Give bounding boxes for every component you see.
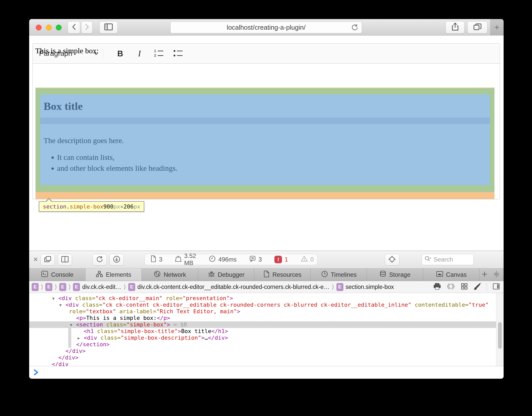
dom-tree-row[interactable]: </section> bbox=[29, 341, 496, 348]
dom-tree-row[interactable]: <h1 class="simple-box-title">Box title</… bbox=[29, 328, 496, 335]
console-prompt-icon bbox=[33, 369, 39, 377]
tab-storage[interactable]: Storage bbox=[367, 268, 423, 281]
dom-tree-panel: ▼<div class="ck ck-editor__main" role="p… bbox=[29, 293, 504, 366]
grid-layout-icon[interactable] bbox=[461, 283, 468, 291]
tab-label: Timelines bbox=[331, 271, 357, 278]
errors-count[interactable]: 1 bbox=[285, 256, 288, 263]
devtools-close-button[interactable]: × bbox=[33, 254, 38, 264]
clock-icon bbox=[209, 255, 216, 264]
tab-console[interactable]: Console bbox=[29, 268, 85, 281]
tab-timelines[interactable]: Timelines bbox=[311, 268, 367, 281]
plus-icon: + bbox=[494, 22, 500, 32]
styles-paintbrush-icon[interactable] bbox=[473, 283, 481, 292]
list-item[interactable]: and other block elements like headings. bbox=[57, 164, 178, 172]
dom-tree-row[interactable]: ▼<div class="ck ck-content ck-editor__ed… bbox=[29, 302, 496, 308]
dom-tree-row[interactable]: <p>This is a simple box:</p> bbox=[29, 315, 496, 321]
box-title[interactable]: Box title bbox=[44, 100, 83, 112]
print-icon[interactable] bbox=[433, 283, 441, 291]
dom-tree-row[interactable]: </div> bbox=[29, 348, 496, 354]
chevron-right-icon bbox=[84, 23, 90, 32]
editor-paragraph[interactable]: This is a simple box: bbox=[35, 46, 99, 55]
address-bar[interactable]: localhost/creating-a-plugin/ bbox=[170, 22, 362, 33]
dom-tree-row[interactable]: role="textbox" aria-label="Rich Text Edi… bbox=[29, 308, 496, 315]
dom-scrollbar-thumb[interactable] bbox=[498, 322, 502, 349]
box-list: It can contain lists, and other block el… bbox=[57, 153, 178, 175]
canvas-icon bbox=[436, 270, 444, 279]
tab-overview-button[interactable] bbox=[467, 21, 487, 33]
back-button[interactable] bbox=[68, 21, 80, 33]
resources-icon bbox=[263, 270, 270, 279]
url-text: localhost/creating-a-plugin/ bbox=[227, 24, 306, 31]
download-button[interactable] bbox=[110, 254, 124, 266]
inspector-margin-top-line bbox=[36, 88, 494, 88]
bulleted-list-button[interactable] bbox=[172, 48, 184, 59]
crosshair-icon bbox=[388, 255, 396, 264]
disclosure-open-icon[interactable]: ▼ bbox=[52, 295, 55, 302]
dom-tree-row[interactable]: ▼<section class="simple-box"> = $0 bbox=[29, 321, 496, 328]
dom-tree-row[interactable]: ▶<div class="simple-box-description">…</… bbox=[29, 335, 496, 341]
toolbar-divider bbox=[487, 283, 487, 291]
documents-count[interactable]: 3 bbox=[159, 256, 162, 263]
dom-tree-row[interactable]: </div bbox=[29, 361, 496, 366]
dom-scrollbar[interactable] bbox=[496, 293, 504, 366]
error-icon: ! bbox=[274, 256, 282, 263]
detach-devtools-button[interactable] bbox=[41, 254, 55, 266]
bold-button[interactable]: B bbox=[114, 48, 126, 59]
tab-network[interactable]: Network bbox=[142, 268, 198, 281]
element-badge: E bbox=[32, 283, 39, 291]
transfer-size[interactable]: 3.52 MB bbox=[184, 252, 196, 267]
details-sidebar-icon[interactable] bbox=[492, 283, 500, 291]
numbered-list-icon: 1 2 bbox=[154, 49, 164, 58]
tab-resources[interactable]: Resources bbox=[254, 268, 311, 281]
list-item[interactable]: It can contain lists, bbox=[57, 153, 178, 162]
disclosure-open-icon[interactable]: ▼ bbox=[70, 322, 72, 328]
breadcrumb-item[interactable]: E bbox=[45, 283, 52, 291]
disclosure-closed-icon[interactable]: ▶ bbox=[78, 335, 80, 341]
chevron-separator-icon: ⟩ bbox=[332, 283, 334, 290]
inspector-content-highlight: Box title The description goes here. It … bbox=[40, 94, 490, 185]
zoom-window-button[interactable] bbox=[56, 25, 62, 30]
sidebar-icon bbox=[104, 23, 113, 32]
chevron-separator-icon: ⟩ bbox=[123, 283, 126, 290]
console-prompt[interactable] bbox=[29, 366, 504, 379]
disclosure-open-icon[interactable]: ▼ bbox=[59, 302, 62, 308]
search-icon bbox=[424, 256, 431, 263]
load-time[interactable]: 496ms bbox=[218, 256, 237, 263]
tab-debugger[interactable]: Debugger bbox=[198, 268, 254, 281]
tab-label: Storage bbox=[389, 271, 410, 278]
sidebar-toggle-button[interactable] bbox=[99, 21, 118, 33]
chevron-separator-icon: ⟩ bbox=[55, 283, 57, 290]
devtools-search[interactable] bbox=[422, 254, 474, 265]
add-tab-icon[interactable] bbox=[481, 271, 488, 279]
breadcrumb-item[interactable]: E bbox=[59, 283, 66, 291]
svg-text:2: 2 bbox=[154, 54, 156, 57]
forward-button[interactable] bbox=[81, 21, 93, 33]
element-picker-button[interactable] bbox=[385, 254, 399, 266]
warnings-count[interactable]: 0 bbox=[310, 256, 314, 263]
gear-icon[interactable] bbox=[493, 271, 500, 279]
devtools-reload-button[interactable] bbox=[93, 254, 107, 266]
source-code-icon[interactable] bbox=[447, 283, 455, 291]
breadcrumb-item[interactable]: Ediv.ck.ck-content.ck-editor__editable.c… bbox=[128, 283, 330, 291]
reload-icon[interactable] bbox=[351, 24, 359, 33]
new-tab-button[interactable]: + bbox=[490, 19, 504, 35]
messages-count[interactable]: 3 bbox=[258, 256, 262, 263]
breadcrumb-item[interactable]: E bbox=[32, 283, 39, 291]
box-description[interactable]: The description goes here. bbox=[44, 136, 124, 145]
tab-canvas[interactable]: Canvas bbox=[423, 268, 480, 281]
breadcrumb-item[interactable]: Esection.simple-box bbox=[336, 283, 394, 291]
breadcrumb-item[interactable]: Ediv.ck.ck-edit… bbox=[73, 283, 121, 291]
chevron-separator-icon: ⟩ bbox=[68, 283, 71, 290]
dom-tree-row[interactable]: ▼<div class="ck ck-editor__main" role="p… bbox=[29, 295, 496, 302]
tab-elements[interactable]: Elements bbox=[85, 268, 142, 281]
dock-side-button[interactable] bbox=[58, 254, 72, 266]
close-window-button[interactable] bbox=[36, 25, 42, 30]
italic-button[interactable]: I bbox=[134, 48, 145, 59]
minimize-window-button[interactable] bbox=[46, 25, 52, 30]
editor-toolbar: Paragraph B I 1 2 bbox=[33, 44, 500, 64]
safari-window: localhost/creating-a-plugin/ + Paragrap bbox=[29, 19, 504, 379]
dom-tree-row[interactable]: </div> bbox=[29, 354, 496, 361]
search-input[interactable] bbox=[433, 256, 467, 263]
share-button[interactable] bbox=[446, 21, 465, 33]
numbered-list-button[interactable]: 1 2 bbox=[153, 48, 165, 59]
